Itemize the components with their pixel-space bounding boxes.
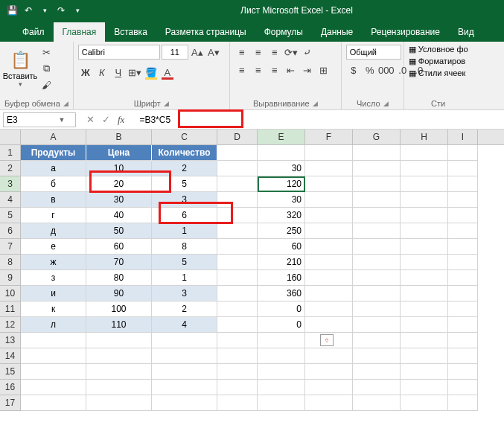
cell[interactable] — [152, 380, 217, 395]
cell[interactable]: к — [21, 301, 86, 317]
cell[interactable] — [217, 348, 258, 364]
col-header-a[interactable]: A — [21, 130, 86, 144]
cell[interactable] — [217, 395, 258, 411]
row-header[interactable]: 16 — [0, 380, 21, 395]
cell[interactable] — [217, 286, 258, 301]
cell[interactable] — [353, 395, 401, 411]
cancel-formula-icon[interactable]: ✕ — [86, 114, 95, 126]
cell-styles-button[interactable]: ▦ Стили ячеек — [409, 68, 466, 78]
cell[interactable]: г — [21, 208, 86, 223]
cell[interactable] — [217, 333, 258, 348]
tab-file[interactable]: Файл — [13, 22, 54, 42]
row-header[interactable]: 6 — [0, 223, 21, 239]
cell[interactable] — [86, 348, 152, 364]
cell[interactable]: 5 — [152, 255, 217, 270]
cell[interactable] — [305, 255, 353, 270]
cell[interactable]: 1 — [152, 270, 217, 286]
cell[interactable]: 3 — [152, 192, 217, 208]
cell[interactable] — [305, 380, 353, 395]
undo-dropdown-icon[interactable]: ▾ — [39, 4, 51, 16]
cell[interactable]: б — [21, 176, 86, 192]
cell[interactable] — [353, 176, 401, 192]
align-bottom-icon[interactable]: ≡ — [267, 45, 282, 60]
cell[interactable]: 50 — [86, 223, 152, 239]
alignment-launcher-icon[interactable]: ◢ — [313, 100, 318, 107]
cell[interactable]: 70 — [86, 255, 152, 270]
cell[interactable] — [258, 395, 305, 411]
cell[interactable] — [448, 208, 478, 223]
cell[interactable]: 4 — [152, 317, 217, 333]
cell[interactable] — [353, 223, 401, 239]
align-right-icon[interactable]: ≡ — [267, 63, 282, 77]
row-header[interactable]: 15 — [0, 364, 21, 380]
cell[interactable] — [401, 239, 448, 255]
cell[interactable]: 120 — [258, 176, 305, 192]
cell[interactable] — [448, 161, 478, 176]
col-header-f[interactable]: F — [305, 130, 353, 144]
number-format-select[interactable] — [346, 45, 401, 60]
cell[interactable] — [21, 333, 86, 348]
increase-indent-icon[interactable]: ⇥ — [300, 63, 315, 77]
cell[interactable]: 5 — [152, 176, 217, 192]
cell[interactable] — [217, 255, 258, 270]
cell[interactable]: в — [21, 192, 86, 208]
cell[interactable] — [353, 255, 401, 270]
decrease-indent-icon[interactable]: ⇤ — [284, 63, 299, 77]
cell[interactable] — [217, 145, 258, 161]
col-header-g[interactable]: G — [353, 130, 401, 144]
cell[interactable] — [448, 223, 478, 239]
redo-icon[interactable]: ↷ — [55, 4, 67, 16]
decrease-font-icon[interactable]: A▾ — [206, 45, 221, 60]
cell[interactable]: 2 — [152, 301, 217, 317]
cell[interactable] — [217, 380, 258, 395]
cell[interactable]: 100 — [86, 301, 152, 317]
fill-color-icon[interactable]: 🪣 — [144, 65, 159, 80]
cell[interactable] — [217, 270, 258, 286]
cell[interactable]: 8 — [152, 239, 217, 255]
format-painter-icon[interactable]: 🖌 — [39, 77, 54, 92]
cell[interactable] — [353, 380, 401, 395]
cell[interactable]: 0 — [258, 301, 305, 317]
conditional-formatting-button[interactable]: ▦ Условное фо — [409, 45, 468, 54]
col-header-b[interactable]: B — [86, 130, 152, 144]
cell[interactable] — [305, 270, 353, 286]
cut-icon[interactable]: ✂ — [39, 45, 54, 60]
cell[interactable]: з — [21, 270, 86, 286]
cell[interactable] — [401, 364, 448, 380]
cell[interactable]: а — [21, 161, 86, 176]
header-products[interactable]: Продукты — [21, 145, 86, 161]
col-header-e[interactable]: E — [258, 130, 305, 144]
row-header[interactable]: 8 — [0, 255, 21, 270]
cell[interactable] — [258, 380, 305, 395]
col-header-d[interactable]: D — [217, 130, 258, 144]
currency-icon[interactable]: $ — [346, 63, 361, 77]
cell[interactable] — [152, 333, 217, 348]
cell[interactable] — [86, 364, 152, 380]
header-quantity[interactable]: Количество — [152, 145, 217, 161]
cell[interactable] — [401, 255, 448, 270]
cell[interactable] — [21, 348, 86, 364]
cell[interactable] — [217, 176, 258, 192]
format-as-table-button[interactable]: ▦ Форматиров — [409, 57, 465, 66]
cell[interactable]: 10 — [86, 161, 152, 176]
cell[interactable] — [401, 395, 448, 411]
row-header[interactable]: 7 — [0, 239, 21, 255]
cell[interactable] — [305, 176, 353, 192]
tab-data[interactable]: Данные — [312, 22, 362, 42]
cell[interactable] — [305, 161, 353, 176]
row-header[interactable]: 9 — [0, 270, 21, 286]
row-header[interactable]: 4 — [0, 192, 21, 208]
cell[interactable] — [258, 364, 305, 380]
comma-icon[interactable]: 000 — [379, 63, 394, 77]
font-name-select[interactable] — [78, 45, 160, 60]
row-header[interactable]: 17 — [0, 395, 21, 411]
cell[interactable]: 3 — [152, 286, 217, 301]
row-header[interactable]: 5 — [0, 208, 21, 223]
tab-insert[interactable]: Вставка — [105, 22, 156, 42]
cell[interactable]: 1 — [152, 223, 217, 239]
cell[interactable]: 30 — [258, 192, 305, 208]
cell[interactable] — [258, 333, 305, 348]
cell[interactable] — [152, 348, 217, 364]
cell[interactable]: 30 — [86, 192, 152, 208]
col-header-i[interactable]: I — [448, 130, 478, 144]
